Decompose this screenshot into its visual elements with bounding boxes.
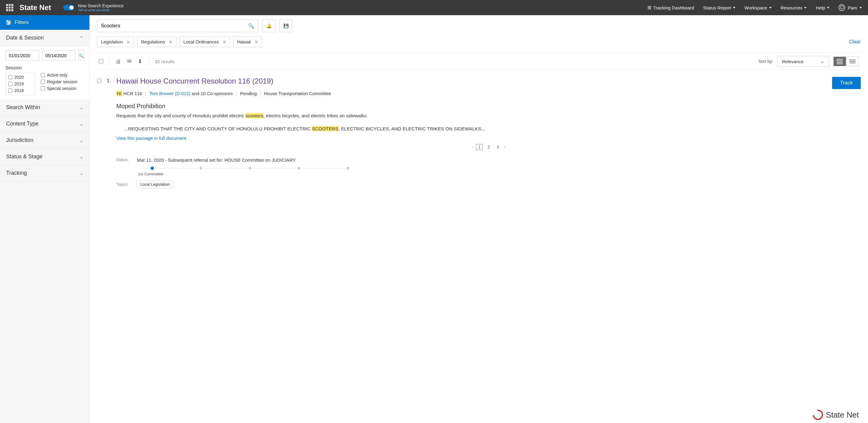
filter-chip: Hawaii✕ (233, 36, 262, 47)
nav-workspace[interactable]: Workspace (745, 5, 772, 10)
filter-chip: Local Ordinances✕ (180, 36, 230, 47)
apps-grid-icon[interactable] (6, 4, 13, 11)
filters-header: Filters (0, 15, 89, 30)
top-header: State Net New Search Experience Tell us … (0, 0, 868, 15)
view-passage-link[interactable]: View this passage in full document (116, 135, 186, 141)
filter-section-date-session[interactable]: Date & Session ⌃ (0, 30, 89, 46)
filter-section-tracking[interactable]: Tracking ⌄ (0, 165, 89, 182)
save-icon: 💾 (283, 23, 289, 28)
filter-section-search-within[interactable]: Search Within ⌄ (0, 99, 89, 116)
session-year-checkbox[interactable]: 2020 (8, 75, 32, 79)
date-from-input[interactable] (5, 51, 39, 61)
filter-section-status-stage[interactable]: Status & Stage ⌄ (0, 149, 89, 165)
sliders-icon (6, 21, 11, 24)
toggle-title: New Search Experience (78, 3, 123, 8)
highlight-term: scooters (245, 113, 264, 118)
stage-label: 1st Committee (138, 172, 163, 176)
date-to-input[interactable] (42, 51, 75, 61)
pager-page[interactable]: 2 (486, 144, 492, 150)
new-search-toggle[interactable] (63, 5, 74, 10)
result-item: 1. Hawaii House Concurrent Resolution 11… (97, 77, 861, 188)
chevron-down-icon: ⌄ (80, 138, 83, 143)
user-icon (838, 4, 845, 11)
chip-remove-icon[interactable]: ✕ (223, 39, 226, 44)
search-icon: 🔍 (79, 54, 84, 58)
sort-label: Sort by: (758, 59, 773, 64)
chevron-down-icon: ⌄ (80, 122, 83, 126)
chevron-down-icon (827, 7, 829, 8)
chevron-down-icon (804, 7, 807, 8)
download-icon[interactable]: ⬇ (138, 58, 142, 65)
result-committee: House Transportation Committee (264, 91, 331, 96)
filter-section-content-type[interactable]: Content Type ⌄ (0, 116, 89, 132)
result-bill-id: HCR 116 (122, 91, 142, 96)
results-count: 32 results (155, 59, 175, 64)
brand-name[interactable]: State Net (20, 3, 51, 12)
result-index: 1. (107, 78, 111, 188)
session-type-checkbox[interactable]: Active only (41, 73, 77, 77)
result-subject: Moped Prohibition (116, 103, 861, 110)
view-detailed-button[interactable] (833, 57, 846, 66)
status-label: Status: (116, 157, 131, 163)
session-year-checkbox[interactable]: 2019 (8, 82, 32, 86)
search-input[interactable] (101, 23, 248, 29)
chevron-down-icon (860, 7, 862, 8)
footer-brand: State Net (813, 410, 859, 420)
save-search-button[interactable]: 💾 (279, 20, 292, 32)
pager-page[interactable]: 3 (495, 144, 501, 150)
chevron-down-icon: ⌄ (80, 105, 83, 110)
status-text: Mar 11, 2020 - Subsequent referral set f… (137, 157, 296, 163)
nav-resources[interactable]: Resources (781, 5, 807, 10)
excerpt-pager: ‹ 1 2 3 › (116, 144, 861, 150)
print-icon[interactable]: 🖨 (116, 58, 121, 65)
user-menu[interactable]: Pam (838, 4, 862, 11)
result-snippet: Requests that the city and county of Hon… (116, 112, 861, 119)
feedback-link[interactable]: Tell us what you think (78, 8, 123, 12)
result-status: Pending (240, 91, 257, 96)
clear-filters-link[interactable]: Clear (849, 39, 861, 45)
highlight-term: SCOOTERS (312, 126, 339, 131)
chip-remove-icon[interactable]: ✕ (169, 39, 173, 44)
search-box[interactable]: 🔍 (97, 20, 258, 32)
chip-remove-icon[interactable]: ✕ (254, 39, 258, 44)
pager-page[interactable]: 1 (476, 144, 483, 150)
nav-tracking-dashboard[interactable]: ⊞ Tracking Dashboard (648, 5, 694, 10)
filter-section-jurisdiction[interactable]: Jurisdiction ⌄ (0, 132, 89, 149)
session-year-checkbox[interactable]: 2018 (8, 88, 32, 93)
pager-next-icon[interactable]: › (504, 145, 505, 149)
track-button[interactable]: Track (832, 77, 861, 89)
session-type-checkbox[interactable]: Special session (41, 86, 77, 91)
result-title-link[interactable]: Hawaii House Concurrent Resolution 116 (… (116, 77, 273, 86)
list-detailed-icon (837, 59, 843, 64)
filters-sidebar: Filters Date & Session ⌃ 🔍 Session 2020 … (0, 15, 90, 423)
alert-button[interactable]: 🔔 (262, 20, 275, 32)
topics-label: Topics: (116, 182, 131, 187)
bell-icon: 🔔 (267, 23, 272, 28)
filter-chip: Legislation✕ (97, 36, 134, 47)
nav-status-report[interactable]: Status Report (703, 5, 735, 10)
session-type-checkbox[interactable]: Regular session (41, 79, 77, 84)
topic-chip[interactable]: Local Legislation (136, 180, 174, 188)
nav-help[interactable]: Help (816, 5, 829, 10)
date-search-button[interactable]: 🔍 (79, 51, 84, 61)
chevron-down-icon: ⌄ (80, 171, 83, 176)
sponsor-link[interactable]: Tom Brower (D-022) (149, 91, 190, 96)
view-compact-button[interactable] (846, 57, 859, 66)
chevron-down-icon (733, 7, 735, 8)
search-icon[interactable]: 🔍 (248, 23, 254, 29)
email-icon[interactable]: ✉ (127, 58, 132, 65)
progress-track: 1st Committee (140, 167, 353, 176)
chip-remove-icon[interactable]: ✕ (126, 39, 130, 44)
pager-prev-icon[interactable]: ‹ (472, 145, 473, 149)
result-excerpt: ...REQUESTING THAT THE CITY AND COUNTY O… (124, 125, 861, 132)
session-label: Session (5, 65, 84, 70)
result-state-badge: HI (116, 91, 122, 96)
list-compact-icon (849, 60, 856, 63)
select-all-checkbox[interactable] (99, 59, 103, 64)
main-content: 🔍 🔔 💾 Legislation✕ Regulations✕ Local Or… (90, 15, 868, 423)
result-checkbox[interactable] (97, 79, 101, 83)
filter-chip: Regulations✕ (137, 36, 177, 47)
sort-dropdown[interactable]: Relevance ⌄ (777, 56, 829, 67)
brand-swoosh-icon (810, 408, 825, 422)
chevron-down-icon: ⌄ (80, 154, 83, 159)
